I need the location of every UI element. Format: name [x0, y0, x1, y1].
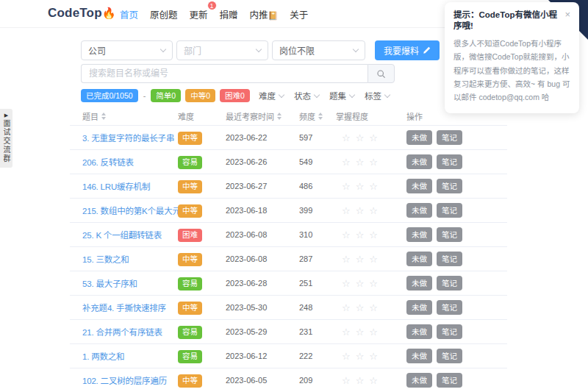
- note-button[interactable]: 笔记: [437, 300, 462, 315]
- last-asked-date: 2023-05-30: [226, 303, 299, 312]
- update-count-badge: 1: [207, 1, 217, 10]
- report-button[interactable]: 我要爆料: [375, 40, 440, 60]
- mastery-stars[interactable]: ☆☆☆: [336, 375, 406, 386]
- problem-link[interactable]: 102. 二叉树的层序遍历: [82, 377, 167, 385]
- mastery-stars[interactable]: ☆☆☆: [336, 132, 406, 143]
- difficulty-badge: 容易: [178, 277, 202, 291]
- separator: -: [143, 91, 146, 100]
- table-row: 3. 无重复字符的最长子串 中等 2023-06-22 597 ☆☆☆ 未做笔记: [70, 126, 507, 150]
- note-button[interactable]: 笔记: [437, 203, 462, 218]
- mastery-stars[interactable]: ☆☆☆: [336, 327, 406, 338]
- todo-button[interactable]: 未做: [406, 154, 432, 169]
- filter-status[interactable]: 状态: [294, 90, 319, 101]
- difficulty-badge: 中等: [178, 302, 202, 315]
- frequency-value: 209: [299, 376, 336, 385]
- table-row: 215. 数组中的第K个最大元素 中等 2023-06-18 399 ☆☆☆ 未…: [70, 199, 507, 223]
- difficulty-badge: 中等: [178, 132, 202, 145]
- todo-button[interactable]: 未做: [406, 373, 432, 388]
- filter-difficulty[interactable]: 难度: [259, 90, 284, 101]
- col-header-difficulty: 难度: [178, 110, 226, 122]
- last-asked-date: 2023-06-22: [226, 133, 299, 142]
- last-asked-date: 2023-06-28: [226, 279, 299, 288]
- difficulty-badge: 容易: [178, 326, 202, 339]
- easy-count-badge: 简单0: [151, 89, 181, 102]
- nav-item-donate[interactable]: 捐赠: [220, 7, 238, 21]
- position-select[interactable]: 岗位不限: [272, 40, 365, 60]
- frequency-value: 287: [299, 254, 336, 263]
- mastery-stars[interactable]: ☆☆☆: [336, 157, 406, 168]
- filter-tags[interactable]: 标签: [365, 90, 390, 101]
- close-icon[interactable]: ×: [564, 10, 570, 19]
- problem-link[interactable]: 1. 两数之和: [82, 352, 124, 361]
- problem-link[interactable]: 206. 反转链表: [82, 158, 134, 167]
- note-button[interactable]: 笔记: [437, 276, 462, 291]
- sort-icon[interactable]: [101, 113, 106, 120]
- note-button[interactable]: 笔记: [437, 373, 462, 388]
- todo-button[interactable]: 未做: [406, 227, 432, 242]
- last-asked-date: 2023-06-18: [226, 206, 299, 215]
- note-button[interactable]: 笔记: [437, 130, 462, 145]
- problem-link[interactable]: 21. 合并两个有序链表: [82, 328, 162, 337]
- note-button[interactable]: 笔记: [437, 227, 462, 242]
- company-select[interactable]: 公司: [81, 40, 173, 60]
- chevron-down-icon: [384, 91, 390, 97]
- mastery-stars[interactable]: ☆☆☆: [336, 278, 406, 289]
- todo-button[interactable]: 未做: [406, 252, 432, 266]
- note-button[interactable]: 笔记: [437, 349, 462, 363]
- col-header-frequency[interactable]: 频度: [299, 110, 336, 122]
- todo-button[interactable]: 未做: [406, 349, 432, 363]
- medium-count-badge: 中等0: [185, 89, 215, 102]
- mastery-stars[interactable]: ☆☆☆: [336, 351, 406, 362]
- chevron-down-icon: [349, 91, 355, 97]
- nav-item-original[interactable]: 原创题: [150, 7, 178, 21]
- todo-button[interactable]: 未做: [406, 276, 432, 291]
- problem-link[interactable]: 25. K 个一组翻转链表: [82, 231, 162, 240]
- chevron-down-icon: [256, 46, 262, 52]
- nav-item-referral[interactable]: 内推📔: [250, 7, 279, 21]
- todo-button[interactable]: 未做: [406, 324, 432, 339]
- difficulty-badge: 中等: [178, 374, 202, 388]
- difficulty-badge: 容易: [178, 156, 202, 169]
- sort-icon[interactable]: [277, 113, 282, 120]
- difficulty-badge: 中等: [178, 204, 202, 218]
- flame-icon: 🔥: [102, 7, 116, 19]
- todo-button[interactable]: 未做: [406, 300, 432, 315]
- search-input[interactable]: [81, 64, 368, 83]
- col-header-title[interactable]: 题目: [82, 110, 178, 122]
- mastery-stars[interactable]: ☆☆☆: [336, 254, 406, 265]
- problem-link[interactable]: 补充题4. 手撕快速排序: [82, 304, 166, 313]
- mastery-stars[interactable]: ☆☆☆: [336, 229, 406, 240]
- filter-problemset[interactable]: 题集: [329, 90, 354, 101]
- problem-link[interactable]: 15. 三数之和: [82, 255, 129, 264]
- note-button[interactable]: 笔记: [437, 154, 462, 169]
- todo-button[interactable]: 未做: [406, 203, 432, 218]
- frequency-value: 549: [299, 157, 336, 166]
- frequency-value: 248: [299, 303, 336, 312]
- note-button[interactable]: 笔记: [437, 324, 462, 339]
- department-select[interactable]: 部门: [176, 40, 268, 60]
- problem-link[interactable]: 53. 最大子序和: [82, 279, 137, 288]
- nav-item-about[interactable]: 关于: [290, 7, 308, 21]
- frequency-value: 486: [299, 182, 336, 190]
- tooltip-title: 提示：CodeTop有微信小程序哦!: [453, 10, 562, 32]
- note-button[interactable]: 笔记: [437, 252, 462, 266]
- todo-button[interactable]: 未做: [406, 130, 432, 145]
- nav-item-home[interactable]: 首页: [120, 7, 138, 21]
- mastery-stars[interactable]: ☆☆☆: [336, 181, 406, 192]
- difficulty-badge: 容易: [178, 350, 202, 363]
- todo-button[interactable]: 未做: [406, 179, 432, 193]
- interview-group-tab[interactable]: ▶ 面试交流群: [0, 109, 12, 168]
- table-row: 53. 最大子序和 容易 2023-06-28 251 ☆☆☆ 未做笔记: [70, 271, 507, 296]
- note-button[interactable]: 笔记: [437, 179, 462, 193]
- logo[interactable]: CodeTop🔥: [48, 6, 116, 21]
- search-button[interactable]: [368, 64, 395, 83]
- col-header-date[interactable]: 最近考察时间: [226, 110, 299, 122]
- problem-link[interactable]: 146. LRU缓存机制: [82, 182, 150, 191]
- problem-link[interactable]: 3. 无重复字符的最长子串: [82, 134, 174, 143]
- sort-icon[interactable]: [318, 113, 323, 120]
- nav-item-updates[interactable]: 更新1: [190, 7, 208, 21]
- mastery-stars[interactable]: ☆☆☆: [336, 205, 406, 216]
- mastery-stars[interactable]: ☆☆☆: [336, 302, 406, 313]
- frequency-value: 310: [299, 230, 336, 239]
- problem-link[interactable]: 215. 数组中的第K个最大元素: [82, 207, 189, 215]
